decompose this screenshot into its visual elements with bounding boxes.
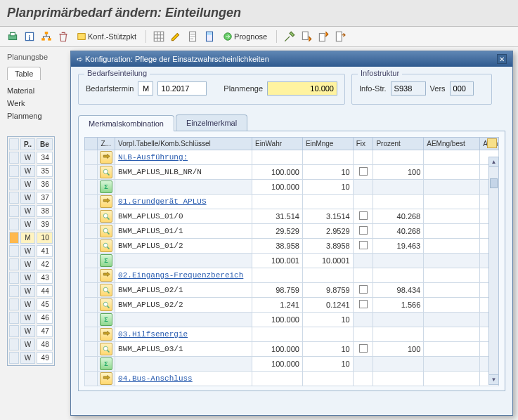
checkbox[interactable]: [359, 241, 368, 249]
cell-einmnge[interactable]: 10.0001: [302, 254, 353, 268]
cell-einmnge[interactable]: 10: [302, 357, 353, 372]
hierarchy-icon[interactable]: [39, 29, 53, 44]
tab-merkmalskombination[interactable]: Merkmalskombination: [78, 115, 174, 131]
grid-row[interactable]: BWM_APLUS_01/129.5292.952940.268: [85, 224, 499, 239]
cell-prozent[interactable]: 98.434: [373, 283, 424, 298]
group-arrow-icon[interactable]: [100, 269, 112, 282]
row-icon-cell[interactable]: [98, 239, 115, 254]
mini-row[interactable]: W39: [9, 218, 53, 230]
config-grid[interactable]: Z... Vorpl.Tabelle/Komb.Schlüssel EinWah…: [84, 137, 499, 386]
konf-icon[interactable]: Konf.-Stützpkt: [73, 29, 140, 44]
row-icon-cell[interactable]: [98, 195, 115, 209]
cell-einmnge[interactable]: 3.1514: [302, 209, 353, 224]
grid-row[interactable]: 03.Hilfsenergie: [85, 327, 499, 342]
cell-fix[interactable]: [353, 283, 373, 298]
cell-fix[interactable]: [353, 342, 373, 357]
row-key[interactable]: 01.Grundgerät APLUS: [115, 195, 252, 209]
grid-row[interactable]: BWM_APLUS_03/1100.00010100: [85, 342, 499, 357]
grid-row[interactable]: Σ100.00010: [85, 313, 499, 327]
row-icon-cell[interactable]: [98, 268, 115, 283]
row-icon-cell[interactable]: [98, 342, 115, 357]
cell-prozent[interactable]: 100: [373, 165, 424, 180]
grid-icon[interactable]: [152, 29, 166, 44]
detail-icon[interactable]: [100, 210, 112, 223]
mini-row[interactable]: W35: [9, 165, 53, 177]
mini-row[interactable]: W34: [9, 152, 53, 164]
mini-row[interactable]: W37: [9, 192, 53, 204]
row-icon-cell[interactable]: [98, 327, 115, 342]
cell-prozent[interactable]: 100: [373, 342, 424, 357]
row-key[interactable]: 03.Hilfsenergie: [115, 327, 252, 342]
checkbox[interactable]: [359, 285, 368, 294]
tool-icon-1[interactable]: [283, 29, 297, 44]
mini-row[interactable]: M10: [9, 232, 53, 244]
planmenge-value[interactable]: [267, 81, 337, 96]
detail-icon[interactable]: [100, 166, 112, 178]
cell-einmnge[interactable]: 9.8759: [302, 283, 353, 298]
checkbox[interactable]: [359, 344, 368, 353]
row-key[interactable]: BWM_APLUS_NLB_NR/N: [115, 165, 252, 180]
group-arrow-icon[interactable]: [100, 151, 112, 164]
row-icon-cell[interactable]: Σ: [98, 180, 115, 195]
col-key[interactable]: Vorpl.Tabelle/Komb.Schlüssel: [115, 138, 252, 150]
detail-icon[interactable]: [100, 284, 112, 296]
detail-icon[interactable]: [100, 225, 112, 237]
col-einwahr[interactable]: EinWahr: [252, 138, 303, 150]
cell-einwahr[interactable]: 100.001: [252, 254, 303, 268]
group-arrow-icon[interactable]: [100, 328, 112, 341]
row-icon-cell[interactable]: [98, 298, 115, 313]
bedarfstermin-value[interactable]: [157, 81, 207, 96]
checkbox[interactable]: [359, 167, 368, 176]
cell-einmnge[interactable]: 10: [302, 313, 353, 327]
cell-einwahr[interactable]: 100.000: [252, 357, 303, 372]
group-arrow-icon[interactable]: [100, 372, 112, 385]
row-icon-cell[interactable]: [98, 283, 115, 298]
detail-icon[interactable]: [100, 239, 112, 252]
bedarfstermin-m[interactable]: [138, 81, 153, 96]
cell-fix[interactable]: [353, 298, 373, 313]
cell-fix[interactable]: [353, 239, 373, 254]
col-aemng[interactable]: AEMng/best: [424, 138, 480, 150]
info-icon[interactable]: i: [22, 29, 37, 44]
cell-einmnge[interactable]: 10: [302, 180, 353, 195]
cell-einmnge[interactable]: 10: [302, 165, 353, 180]
row-icon-cell[interactable]: [98, 224, 115, 239]
row-key[interactable]: 04.Bus-Anschluss: [115, 372, 252, 386]
checkbox[interactable]: [359, 211, 368, 220]
cell-fix[interactable]: [353, 165, 373, 180]
column-config-icon[interactable]: [487, 138, 497, 148]
mini-row[interactable]: W43: [9, 272, 53, 284]
cell-fix[interactable]: [353, 209, 373, 224]
mini-row[interactable]: W38: [9, 205, 53, 217]
scroll-down-icon[interactable]: ▼: [489, 374, 498, 384]
row-key[interactable]: 02.Eingangs-Frequenzbereich: [115, 268, 252, 283]
cell-einwahr[interactable]: 31.514: [252, 209, 303, 224]
grid-row[interactable]: NLB-Ausführung:: [85, 150, 499, 165]
grid-row[interactable]: BWM_APLUS_01/238.9583.895819.463: [85, 239, 499, 254]
row-key[interactable]: BWM_APLUS_03/1: [115, 342, 252, 357]
scroll-thumb[interactable]: [490, 178, 498, 188]
cell-prozent[interactable]: 40.268: [373, 224, 424, 239]
col-aein[interactable]: AEin: [480, 138, 499, 150]
cell-fix[interactable]: [353, 224, 373, 239]
grid-scrollbar[interactable]: ▲ ▼: [488, 157, 499, 385]
row-icon-cell[interactable]: Σ: [98, 357, 115, 372]
row-key[interactable]: BWM_APLUS_01/2: [115, 239, 252, 254]
doc-icon[interactable]: [186, 29, 200, 44]
row-key[interactable]: BWM_APLUS_01/0: [115, 209, 252, 224]
calc-icon[interactable]: [202, 29, 216, 44]
row-key[interactable]: BWM_APLUS_01/1: [115, 224, 252, 239]
grid-row[interactable]: BWM_APLUS_02/21.2410.12411.566: [85, 298, 499, 313]
export-up-icon[interactable]: [316, 29, 330, 44]
row-key[interactable]: BWM_APLUS_02/2: [115, 298, 252, 313]
mini-row[interactable]: W48: [9, 339, 53, 350]
row-icon-cell[interactable]: [98, 165, 115, 180]
cell-einwahr[interactable]: 38.958: [252, 239, 303, 254]
grid-row[interactable]: Σ100.00010: [85, 357, 499, 372]
col-prozent[interactable]: Prozent: [373, 138, 424, 150]
detail-icon[interactable]: [100, 343, 112, 355]
row-icon-cell[interactable]: [98, 209, 115, 224]
export-down-icon[interactable]: [299, 29, 313, 44]
grid-row[interactable]: 04.Bus-Anschluss: [85, 372, 499, 386]
col-einmnge[interactable]: EinMnge: [302, 138, 353, 150]
